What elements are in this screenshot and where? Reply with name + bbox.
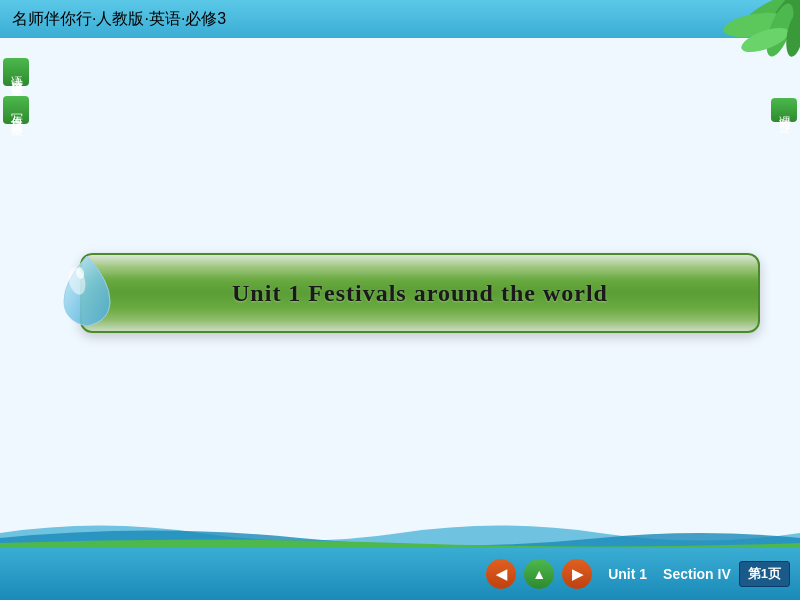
sidebar-tab-writing[interactable]: 写作提高导案 <box>3 96 29 124</box>
nav-prev-button[interactable]: ◀ <box>486 559 516 589</box>
unit-title: Unit 1 Festivals around the world <box>232 280 608 307</box>
footer-section-label: Section IV <box>663 566 731 582</box>
footer-bar: ◀ ▲ ▶ Unit 1 Section IV 第1页 <box>0 548 800 600</box>
right-sidebar: 课时作业 <box>768 38 800 548</box>
footer-unit-label: Unit 1 <box>608 566 647 582</box>
footer-page-badge: 第1页 <box>739 561 790 587</box>
nav-up-button[interactable]: ▲ <box>524 559 554 589</box>
header-bar: 名师伴你行·人教版·英语·必修3 <box>0 0 800 38</box>
left-sidebar: 语法突破导案 写作提高导案 <box>0 38 32 548</box>
sidebar-tab-grammar[interactable]: 语法突破导案 <box>3 58 29 86</box>
main-content: 语法突破导案 写作提高导案 课时作业 Unit 1 Festivals ar <box>0 38 800 548</box>
unit-banner: Unit 1 Festivals around the world <box>80 253 760 333</box>
nav-next-button[interactable]: ▶ <box>562 559 592 589</box>
bottom-wave-decoration <box>0 518 800 548</box>
sidebar-tab-homework[interactable]: 课时作业 <box>771 98 797 122</box>
water-drop-decoration <box>55 251 120 335</box>
header-title: 名师伴你行·人教版·英语·必修3 <box>12 9 226 30</box>
